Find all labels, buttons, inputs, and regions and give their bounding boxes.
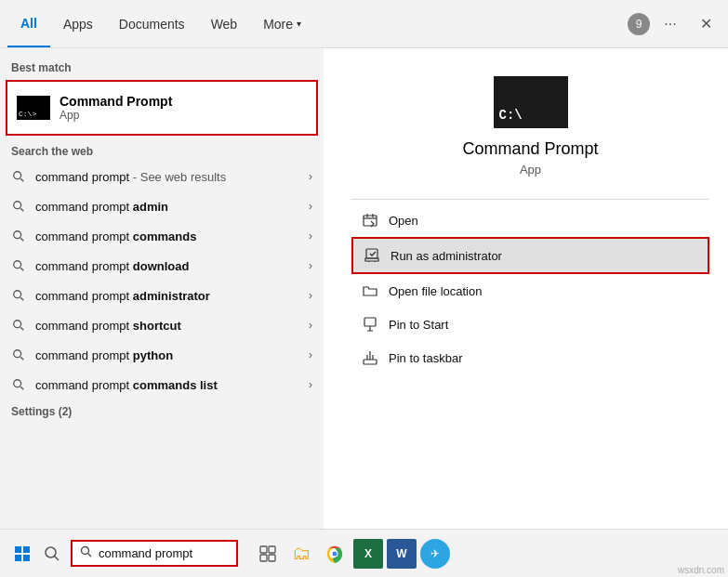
tab-more[interactable]: More ▾ [250,0,314,47]
open-icon [361,211,379,229]
bottom-bar: command prompt 🗂 [0,529,728,577]
search-bar-icon [80,545,93,561]
svg-rect-16 [364,216,377,226]
svg-line-11 [20,327,23,330]
svg-line-15 [20,387,23,389]
excel-icon[interactable]: X [353,539,383,569]
windows-logo-icon [15,546,30,561]
svg-rect-18 [364,318,376,326]
svg-rect-17 [366,249,377,258]
telegram-icon[interactable]: ✈ [420,539,450,569]
chevron-icon: › [309,229,312,243]
action-run-as-admin[interactable]: Run as administrator [351,237,709,274]
action-open-file-location[interactable]: Open file location [351,274,709,308]
pin-to-taskbar-label: Pin to taskbar [389,351,463,365]
task-view-icon[interactable] [253,539,283,569]
tab-apps[interactable]: Apps [50,0,106,47]
search-input-box[interactable]: command prompt [71,540,238,567]
run-as-admin-label: Run as administrator [390,249,502,263]
app-detail-icon [494,76,568,128]
svg-rect-26 [260,555,267,561]
tab-bar: All Apps Documents Web More ▾ 9 ··· ✕ [0,0,728,48]
cmd-icon-small [17,96,50,120]
svg-line-23 [88,554,92,557]
content-area: Best match Command Prompt App Search the… [0,48,728,529]
search-icon [11,199,26,214]
svg-point-14 [14,380,21,387]
chevron-icon: › [309,319,312,332]
svg-rect-24 [260,546,267,553]
search-icon [11,348,26,362]
best-match-name: Command Prompt [60,94,172,109]
chevron-icon: › [309,378,312,391]
suggestion-item[interactable]: command prompt commands list › [0,370,324,400]
tab-web[interactable]: Web [198,0,251,47]
svg-line-7 [20,268,23,270]
svg-point-12 [14,350,21,358]
tab-documents[interactable]: Documents [106,0,198,47]
taskbar-icons: 🗂 X W ✈ [253,539,450,569]
watermark: wsxdn.com [678,565,724,575]
best-match-label: Best match [0,56,324,78]
svg-point-2 [14,202,21,209]
best-match-type: App [60,109,172,122]
word-icon[interactable]: W [387,539,417,569]
svg-point-20 [46,547,56,557]
left-panel: Best match Command Prompt App Search the… [0,48,324,529]
suggestion-item[interactable]: command prompt - See web results › [0,162,324,191]
chevron-icon: › [309,259,312,272]
best-match-item[interactable]: Command Prompt App [6,80,318,136]
open-label: Open [389,214,418,228]
close-button[interactable]: ✕ [691,9,721,39]
suggestion-item[interactable]: command prompt admin › [0,191,324,221]
chevron-icon: › [309,200,312,213]
chevron-icon: › [309,348,312,361]
ellipsis-button[interactable]: ··· [655,9,685,39]
pin-taskbar-icon [361,348,379,367]
search-icon [11,229,26,243]
search-window: All Apps Documents Web More ▾ 9 ··· ✕ Be… [0,0,728,577]
svg-point-6 [14,261,21,269]
search-icon [11,258,26,273]
app-detail-name: Command Prompt [351,139,709,159]
svg-point-8 [14,291,21,298]
suggestion-item[interactable]: command prompt administrator › [0,281,324,310]
svg-line-13 [20,357,23,360]
svg-point-4 [14,231,21,239]
chrome-icon[interactable] [320,539,350,569]
windows-button[interactable] [7,539,37,569]
suggestion-item[interactable]: command prompt download › [0,251,324,281]
svg-rect-19 [364,360,377,364]
right-panel: Command Prompt App Open [324,48,728,529]
svg-line-21 [55,556,60,560]
pin-to-start-label: Pin to Start [389,318,448,332]
settings-label: Settings (2) [0,400,324,424]
open-file-location-label: Open file location [389,284,482,298]
svg-point-22 [82,547,89,555]
suggestion-item[interactable]: command prompt python › [0,340,324,370]
folder-icon [361,282,379,300]
search-icon [11,169,26,184]
action-pin-to-start[interactable]: Pin to Start [351,308,709,341]
svg-point-30 [333,551,338,556]
svg-line-5 [20,238,23,241]
file-explorer-icon[interactable]: 🗂 [286,539,316,569]
svg-line-1 [20,178,23,181]
suggestion-item[interactable]: command prompt shortcut › [0,310,324,340]
app-detail-type: App [351,163,709,177]
svg-rect-27 [269,555,275,561]
tab-all[interactable]: All [7,0,50,47]
action-pin-to-taskbar[interactable]: Pin to taskbar [351,341,709,374]
svg-rect-25 [269,546,275,553]
taskbar-search-icon[interactable] [37,539,67,569]
action-open[interactable]: Open [351,203,709,237]
svg-point-0 [14,172,21,179]
chevron-icon: › [309,289,312,302]
pin-start-icon [361,315,379,334]
search-icon [11,318,26,333]
search-icon [11,288,26,303]
admin-icon [363,246,381,265]
search-web-label: Search the web [0,138,324,162]
suggestion-item[interactable]: command prompt commands › [0,221,324,251]
svg-line-9 [20,297,23,300]
